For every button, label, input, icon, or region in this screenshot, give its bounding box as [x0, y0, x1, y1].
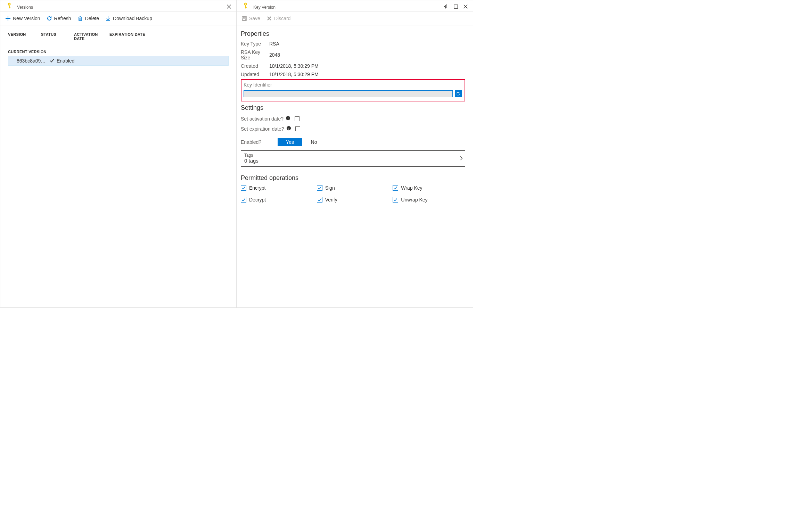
delete-label: Delete — [85, 16, 99, 21]
wrap-label: Wrap Key — [401, 185, 422, 191]
download-backup-label: Download Backup — [113, 16, 152, 21]
updated-value: 10/1/2018, 5:30:29 PM — [269, 72, 319, 77]
encrypt-label: Encrypt — [249, 185, 265, 191]
key-identifier-input[interactable] — [244, 90, 453, 97]
trash-icon — [77, 16, 83, 21]
svg-rect-4 — [9, 6, 10, 7]
refresh-icon — [47, 16, 52, 21]
svg-rect-21 — [454, 5, 458, 9]
wrap-checkbox[interactable] — [393, 185, 398, 191]
info-icon[interactable]: i — [286, 126, 291, 132]
save-icon — [241, 16, 247, 21]
col-expiration: EXPIRATION DATE — [107, 32, 145, 41]
tags-value: 0 tags — [241, 158, 465, 164]
unwrap-label: Unwrap Key — [401, 197, 427, 203]
close-button[interactable] — [462, 3, 469, 10]
tags-label: Tags — [241, 153, 465, 158]
verify-label: Verify — [325, 197, 337, 203]
key-type-label: Key Type — [241, 41, 269, 47]
svg-rect-3 — [9, 7, 10, 8]
check-icon — [50, 58, 55, 64]
enabled-yes[interactable]: Yes — [278, 138, 302, 146]
svg-rect-29 — [457, 92, 459, 95]
enabled-no[interactable]: No — [302, 138, 326, 146]
unwrap-checkbox[interactable] — [393, 197, 398, 203]
activation-checkbox[interactable] — [295, 116, 300, 121]
close-button[interactable] — [226, 3, 232, 10]
version-status: Enabled — [57, 58, 74, 64]
refresh-button[interactable]: Refresh — [47, 16, 71, 21]
new-version-label: New Version — [13, 16, 40, 21]
rsa-size-label: RSA Key Size — [241, 49, 269, 60]
svg-point-1 — [9, 3, 10, 5]
discard-icon — [266, 16, 272, 21]
key-icon — [243, 2, 250, 9]
svg-rect-8 — [6, 18, 10, 19]
save-button[interactable]: Save — [241, 16, 260, 21]
set-expiration-label: Set expiration date? — [241, 126, 284, 132]
created-label: Created — [241, 63, 269, 69]
svg-rect-19 — [245, 7, 247, 8]
svg-rect-20 — [245, 6, 246, 7]
sign-checkbox[interactable] — [317, 185, 322, 191]
copy-icon — [456, 92, 460, 96]
key-identifier-highlight: Key Identifier — [241, 79, 465, 101]
copy-button[interactable] — [455, 90, 462, 97]
discard-button[interactable]: Discard — [266, 16, 290, 21]
set-activation-label: Set activation date? — [241, 116, 284, 122]
col-version: VERSION — [8, 32, 41, 41]
discard-label: Discard — [274, 16, 290, 21]
decrypt-checkbox[interactable] — [241, 197, 246, 203]
key-identifier-label: Key Identifier — [244, 82, 462, 88]
col-activation: ACTIVATION DATE — [74, 32, 107, 41]
svg-point-17 — [245, 3, 246, 5]
maximize-button[interactable] — [453, 3, 459, 10]
delete-button[interactable]: Delete — [77, 16, 99, 21]
column-headers: VERSION STATUS ACTIVATION DATE EXPIRATIO… — [8, 30, 229, 47]
tags-row[interactable]: Tags 0 tags — [241, 150, 465, 167]
encrypt-checkbox[interactable] — [241, 185, 246, 191]
enabled-toggle[interactable]: Yes No — [278, 138, 326, 146]
properties-heading: Properties — [241, 30, 465, 38]
info-icon[interactable]: i — [286, 116, 290, 122]
sign-label: Sign — [325, 185, 335, 191]
plus-icon — [5, 16, 11, 21]
refresh-label: Refresh — [54, 16, 71, 21]
pin-button[interactable] — [443, 3, 449, 10]
key-icon — [7, 2, 14, 9]
save-label: Save — [249, 16, 260, 21]
new-version-button[interactable]: New Version — [5, 16, 40, 21]
download-backup-button[interactable]: Download Backup — [105, 16, 152, 21]
download-icon — [105, 16, 111, 21]
enabled-label: Enabled? — [241, 139, 262, 145]
operations-heading: Permitted operations — [241, 174, 465, 182]
expiration-checkbox[interactable] — [295, 126, 300, 131]
version-row[interactable]: 863bc8a095044a… Enabled — [8, 56, 229, 66]
updated-label: Updated — [241, 72, 269, 77]
version-id: 863bc8a095044a… — [17, 58, 50, 64]
current-version-label: CURRENT VERSION — [8, 50, 229, 54]
key-type-value: RSA — [269, 41, 279, 47]
svg-rect-26 — [243, 19, 246, 20]
rsa-size-value: 2048 — [269, 52, 280, 58]
blade-title-key-version: Key Version — [253, 5, 276, 10]
decrypt-label: Decrypt — [249, 197, 266, 203]
chevron-right-icon — [459, 156, 464, 162]
svg-rect-9 — [79, 17, 82, 20]
col-status: STATUS — [41, 32, 74, 41]
settings-heading: Settings — [241, 104, 465, 112]
blade-title-versions: Versions — [17, 5, 33, 10]
verify-checkbox[interactable] — [317, 197, 322, 203]
svg-rect-25 — [243, 16, 245, 18]
created-value: 10/1/2018, 5:30:29 PM — [269, 63, 319, 69]
